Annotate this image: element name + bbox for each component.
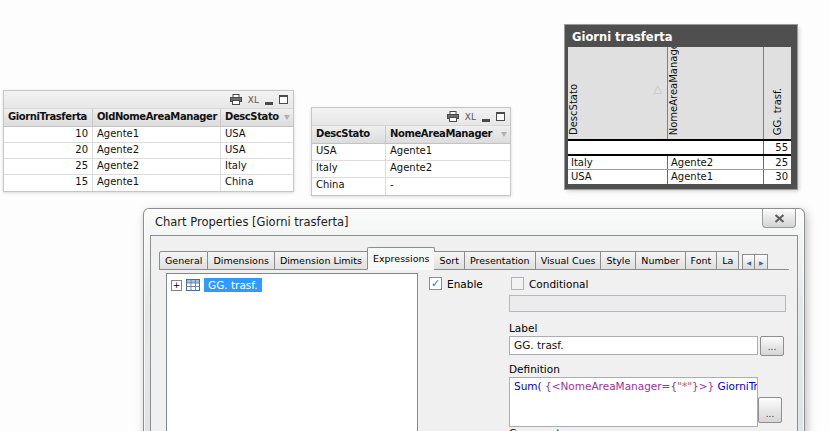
pivot-header-label: NomeAreaManager (668, 47, 680, 139)
excel-export-icon[interactable]: XL (248, 95, 259, 105)
pivot-caption-bar[interactable]: Giorni trasferta (568, 27, 791, 47)
table-cell[interactable]: Agente1 (93, 175, 221, 191)
tab-style[interactable]: Style (601, 251, 636, 270)
definition-caption: Definition (509, 363, 560, 375)
table2-caption-bar[interactable]: XL (312, 108, 510, 126)
tab-scroll-arrows: ◀▶ (742, 254, 768, 270)
tab-presentation[interactable]: Presentation (465, 251, 536, 270)
table-box-mapping: XL DescStatoNomeAreaManager USAAgente1It… (311, 107, 511, 196)
tab-scroll-right-icon[interactable]: ▶ (755, 254, 768, 270)
pivot-cell[interactable]: 30 (764, 170, 791, 184)
pivot-table-giorni-trasferta: Giorni trasferta DescStato△NomeAreaManag… (565, 25, 797, 189)
tab-font[interactable]: Font (686, 251, 718, 270)
table-row: China- (312, 178, 510, 195)
table-cell[interactable]: China (312, 178, 386, 195)
label-input[interactable]: GG. trasf. (509, 336, 758, 355)
table-row: ItalyAgente2 (312, 161, 510, 178)
table2-header-row: DescStatoNomeAreaManager (312, 126, 510, 144)
expression-token: "*" (677, 380, 692, 392)
table-cell[interactable]: USA (221, 127, 293, 142)
expression-tree-item[interactable]: + GG. trasf. (167, 274, 417, 292)
minimize-icon[interactable] (482, 119, 490, 122)
definition-ellipsis-button[interactable]: ... (758, 397, 782, 423)
expression-token: {<NomeAreaManager={ (545, 380, 677, 392)
close-button[interactable] (762, 209, 796, 228)
pivot-cell[interactable]: 25 (764, 156, 791, 169)
table-row: 25Agente2Italy (4, 159, 293, 175)
table-cell[interactable]: 20 (4, 143, 93, 158)
maximize-icon[interactable] (279, 95, 288, 104)
label-caption: Label (509, 322, 537, 334)
dialog-content: GeneralDimensionsDimension LimitsExpress… (150, 235, 798, 431)
column-header-descstato[interactable]: DescStato (312, 126, 386, 143)
table-cell[interactable]: Italy (221, 159, 293, 174)
pivot-header-row: DescStato△NomeAreaManagerGG. trasf. (568, 47, 791, 141)
tab-dimension-limits[interactable]: Dimension Limits (275, 251, 368, 270)
tab-expressions[interactable]: Expressions (367, 247, 436, 270)
column-header-nomeareamanager[interactable]: NomeAreaManager (386, 126, 510, 143)
table1-caption-bar[interactable]: XL (4, 91, 293, 109)
qlikview-workspace: XL GiorniTrasfertaOldNomeAreaManagerDesc… (0, 0, 829, 431)
label-ellipsis-button[interactable]: ... (760, 336, 784, 356)
tab-visual-cues[interactable]: Visual Cues (536, 251, 602, 270)
pivot-column-header-gg-trasf-[interactable]: GG. trasf. (764, 47, 791, 139)
tab-number[interactable]: Number (636, 251, 685, 270)
pivot-total-value[interactable]: 55 (764, 141, 791, 154)
tab-dimensions[interactable]: Dimensions (208, 251, 274, 270)
tab-general[interactable]: General (159, 251, 208, 270)
table-cell[interactable]: Agente1 (93, 127, 221, 142)
table-cell[interactable]: 25 (4, 159, 93, 174)
pivot-body: DescStato△NomeAreaManagerGG. trasf. 55 I… (568, 47, 791, 184)
table-row: 20Agente2USA (4, 143, 293, 159)
table-cell[interactable]: 15 (4, 175, 93, 191)
sort-indicator-icon (284, 115, 290, 120)
conditional-expression-input (509, 295, 786, 312)
expand-plus-icon[interactable]: + (171, 280, 182, 291)
maximize-icon[interactable] (496, 112, 505, 121)
pivot-header-label: DescStato (568, 80, 580, 139)
conditional-label: Conditional (529, 278, 588, 290)
expression-token: }>} (692, 380, 714, 392)
pivot-column-header-nomeareamanager[interactable]: NomeAreaManager (668, 47, 764, 139)
table-row: USAAgente1 (312, 144, 510, 161)
table-cell[interactable]: 10 (4, 127, 93, 142)
pivot-cell[interactable]: Italy (568, 156, 668, 169)
enable-checkbox[interactable]: ✓ (429, 277, 442, 290)
minimize-icon[interactable] (265, 102, 273, 105)
table-row: 15Agente1China (4, 175, 293, 191)
column-header-giornitrasferta[interactable]: GiorniTrasferta (4, 109, 93, 126)
table-cell[interactable]: China (221, 175, 293, 191)
pivot-cell[interactable]: USA (568, 170, 668, 184)
pivot-column-header-descstato[interactable]: DescStato△ (568, 47, 668, 139)
table-cell[interactable]: Agente2 (386, 161, 510, 177)
tab-scroll-left-icon[interactable]: ◀ (742, 254, 755, 270)
expression-token: GiorniTra (714, 380, 758, 392)
column-header-descstato[interactable]: DescStato (221, 109, 293, 126)
table-cell[interactable]: - (386, 178, 510, 195)
pivot-header-label: GG. trasf. (772, 84, 784, 139)
print-icon[interactable] (230, 94, 242, 105)
enable-label: Enable (447, 278, 483, 290)
table2-body: USAAgente1ItalyAgente2China- (312, 144, 510, 195)
comment-caption: Comment (509, 427, 560, 431)
caption-icons: XL (447, 111, 510, 122)
print-icon[interactable] (447, 111, 459, 122)
conditional-checkbox[interactable] (511, 277, 524, 290)
tab-la[interactable]: La (717, 251, 739, 270)
tab-sort[interactable]: Sort (434, 251, 464, 270)
table-cell[interactable]: Agente2 (93, 143, 221, 158)
expression-item-label[interactable]: GG. trasf. (204, 278, 262, 292)
pivot-cell[interactable]: Agente2 (668, 156, 764, 169)
column-header-oldnomeareamanager[interactable]: OldNomeAreaManager (93, 109, 221, 126)
table-cell[interactable]: Agente2 (93, 159, 221, 174)
table-cell[interactable]: Italy (312, 161, 386, 177)
table-cell[interactable]: USA (221, 143, 293, 158)
dialog-title: Chart Properties [Giorni trasferta] (155, 215, 349, 229)
table-cell[interactable]: Agente1 (386, 144, 510, 160)
expressions-tree[interactable]: + GG. trasf. (166, 273, 418, 431)
excel-export-icon[interactable]: XL (465, 112, 476, 122)
definition-input[interactable]: Sum( {<NomeAreaManager={"*"}>} GiorniTra (509, 377, 758, 427)
table-cell[interactable]: USA (312, 144, 386, 160)
pivot-cell[interactable]: Agente1 (668, 170, 764, 184)
expression-token: Sum( (514, 380, 545, 392)
